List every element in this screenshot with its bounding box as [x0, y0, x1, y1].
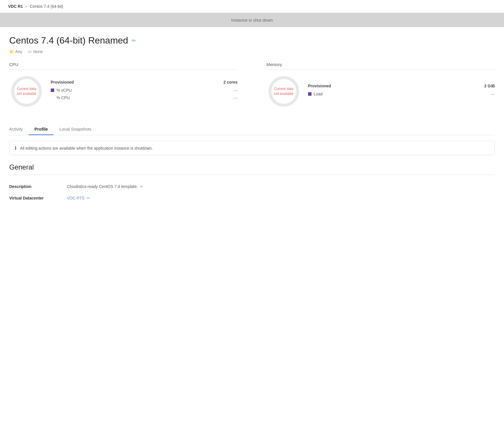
cpu-row-cpu: % CPU —	[51, 95, 238, 100]
memory-swatch-load	[308, 92, 312, 96]
cpu-donut-line1: Current data	[17, 87, 36, 91]
main-content: Centos 7.4 (64-bit) Renamed ✏ 📁 Any 🏷 No…	[0, 27, 504, 212]
cpu-vcpu-value: —	[234, 88, 238, 93]
tab-activity[interactable]: Activity	[9, 124, 29, 135]
breadcrumb-parent[interactable]: VDC R1	[8, 4, 23, 9]
info-box: ℹ All editing actions are available when…	[9, 141, 495, 155]
tag-tag: 🏷 None	[28, 49, 43, 54]
vdc-link[interactable]: VDC-PTS	[67, 196, 84, 200]
memory-donut-line1: Current data	[274, 87, 293, 91]
memory-donut-line2: not available	[274, 92, 293, 96]
memory-panel: Memory Current data not available Provis…	[249, 62, 495, 114]
instance-title: Centos 7.4 (64-bit) Renamed ✏	[9, 35, 495, 46]
cpu-vcpu-left: % vCPU	[51, 88, 72, 93]
memory-details: Provisioned 2 GiB Load —	[308, 84, 495, 99]
breadcrumb-current: Centos 7.4 (64-bit)	[30, 4, 63, 9]
memory-load-label: Load	[314, 92, 323, 96]
folder-icon: 📁	[9, 50, 14, 54]
cpu-row-vcpu: % vCPU —	[51, 88, 238, 93]
info-text: All editing actions are available when t…	[20, 146, 153, 150]
status-text: Instance is shut down	[231, 18, 273, 22]
cpu-cpu-left: % CPU	[51, 95, 70, 100]
field-value-vdc: VDC-PTS ✏	[67, 196, 90, 200]
folder-tag: 📁 Any	[9, 49, 22, 54]
instance-name: Centos 7.4 (64-bit) Renamed	[9, 35, 128, 46]
cpu-provisioned-label: Provisioned	[51, 80, 74, 84]
cpu-label: CPU	[9, 62, 238, 69]
memory-label: Memory	[267, 62, 495, 69]
status-banner: Instance is shut down	[0, 13, 504, 27]
memory-donut-text: Current data not available	[271, 86, 297, 96]
memory-header-row: Provisioned 2 GiB	[308, 84, 495, 88]
tab-profile[interactable]: Profile	[29, 124, 54, 135]
metrics-row: CPU Current data not available Provision…	[9, 62, 495, 114]
memory-donut: Current data not available	[267, 74, 301, 109]
field-value-description: Cloudistics-ready CentOS 7.4 template. ✏	[67, 184, 143, 189]
tag-icon: 🏷	[28, 50, 32, 54]
tab-local-snapshots[interactable]: Local Snapshots	[54, 124, 97, 135]
section-divider	[9, 175, 495, 175]
breadcrumb-separator: >	[25, 4, 27, 9]
memory-load-value: —	[491, 92, 495, 96]
memory-provisioned-value: 2 GiB	[484, 84, 495, 88]
memory-provisioned-label: Provisioned	[308, 84, 331, 88]
cpu-vcpu-label: % vCPU	[56, 88, 72, 93]
description-text: Cloudistics-ready CentOS 7.4 template.	[67, 184, 138, 189]
cpu-content: Current data not available Provisioned 2…	[9, 74, 238, 109]
field-row-description: Description Cloudistics-ready CentOS 7.4…	[9, 181, 495, 192]
cpu-provisioned-value: 2 cores	[223, 80, 237, 84]
field-label-vdc: Virtual Datacenter	[9, 196, 67, 200]
info-icon: ℹ	[15, 145, 16, 151]
instance-name-edit-icon[interactable]: ✏	[132, 37, 136, 44]
description-edit-icon[interactable]: ✏	[140, 185, 143, 189]
vdc-edit-icon[interactable]: ✏	[87, 196, 90, 200]
memory-load-left: Load	[308, 92, 323, 96]
folder-label: Any	[15, 49, 22, 54]
cpu-cpu-value: —	[234, 95, 238, 100]
cpu-donut: Current data not available	[9, 74, 44, 109]
memory-content: Current data not available Provisioned 2…	[267, 74, 495, 109]
cpu-donut-line2: not available	[17, 92, 36, 96]
tags-row: 📁 Any 🏷 None	[9, 49, 495, 54]
cpu-swatch-vcpu	[51, 89, 54, 92]
cpu-donut-text: Current data not available	[14, 86, 39, 96]
tabs-bar: Activity Profile Local Snapshots	[9, 124, 495, 135]
cpu-cpu-label: % CPU	[51, 95, 70, 100]
field-label-description: Description	[9, 184, 67, 189]
breadcrumb: VDC R1 > Centos 7.4 (64-bit)	[0, 0, 504, 13]
field-row-vdc: Virtual Datacenter VDC-PTS ✏	[9, 192, 495, 204]
cpu-panel: CPU Current data not available Provision…	[9, 62, 249, 114]
memory-row-load: Load —	[308, 92, 495, 96]
cpu-details: Provisioned 2 cores % vCPU — % CPU	[51, 80, 238, 103]
cpu-header-row: Provisioned 2 cores	[51, 80, 238, 84]
tag-label: None	[33, 49, 43, 54]
section-title-general: General	[9, 163, 495, 171]
